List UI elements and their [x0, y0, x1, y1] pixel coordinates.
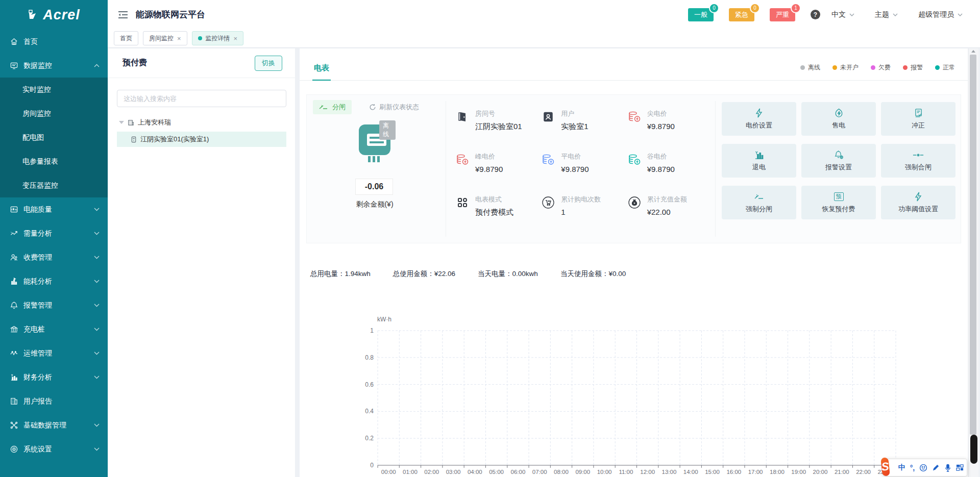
chevron-down-icon [849, 13, 854, 16]
ime-language-toggle[interactable]: 中 [898, 463, 905, 472]
acrel-logo[interactable]: Acrel [0, 0, 108, 30]
balance-label: 剩余金额(¥) [349, 200, 400, 209]
action-force-close-switch[interactable]: 强制合闸 [881, 144, 955, 178]
grid-icon[interactable] [956, 464, 964, 471]
action-power-threshold[interactable]: 功率阈值设置 [881, 186, 955, 219]
emoji-icon[interactable] [919, 464, 927, 472]
chevron-down-icon [94, 352, 100, 355]
chevron-down-icon [94, 423, 100, 427]
action-reversal[interactable]: 冲正 [881, 102, 955, 136]
chevron-down-icon [893, 13, 898, 16]
home-icon [10, 37, 18, 46]
sidebar-item-home[interactable]: 首页 [0, 30, 108, 54]
sidebar-subitem[interactable]: 配电图 [0, 125, 108, 149]
sidebar-item-ops-management[interactable]: 运维管理 [0, 341, 108, 365]
collapse-menu-icon[interactable] [118, 11, 128, 19]
pen-icon[interactable] [932, 464, 940, 471]
action-refund-power[interactable]: 退电 [722, 144, 796, 178]
help-button[interactable]: ? [811, 10, 820, 19]
mic-icon[interactable] [944, 464, 951, 472]
user-menu[interactable]: 超级管理员 [918, 10, 963, 19]
tab-meter[interactable]: 电表 [312, 63, 331, 81]
sidebar-item-power-quality[interactable]: 电能质量 [0, 197, 108, 221]
tree-node-room-selected[interactable]: 江阴实验室01(实验室1) [117, 132, 286, 147]
sidebar-item-label: 电能质量 [23, 205, 94, 214]
svg-text:06:00: 06:00 [511, 469, 526, 475]
chevron-down-icon [94, 375, 100, 379]
close-tab-icon[interactable]: × [177, 35, 181, 42]
stat-当天使用金额: 当天使用金额：¥0.00 [560, 269, 626, 279]
sidebar-subitem[interactable]: 房间监控 [0, 102, 108, 125]
scrollbar-up-arrow[interactable] [971, 50, 975, 53]
stat-总使用金额: 总使用金额：¥22.06 [393, 269, 455, 279]
alarm-setting-icon [834, 150, 844, 160]
sidebar-item-base-data-management[interactable]: 基础数据管理 [0, 413, 108, 437]
sidebar-item-system-settings[interactable]: 系统设置 [0, 437, 108, 461]
offline-status-badge: 离线 [379, 120, 396, 140]
active-tab-dot-icon [198, 36, 202, 40]
report-icon [10, 397, 18, 406]
alarm-pill-general[interactable]: 一般0 [688, 8, 714, 21]
action-restore-prepaid[interactable]: 预恢复预付费 [801, 186, 876, 219]
topbar-right: 一般0紧急0严重1 ? 中文 主题 超级管理员 [688, 8, 980, 21]
theme-menu[interactable]: 主题 [875, 10, 898, 19]
meter-status-panel: 分闸 刷新仪表状态 离线 -0.06 剩余金额(¥) 房间号江阴实验室01用户实… [306, 94, 961, 243]
inner-scrollbar-thumb[interactable] [970, 435, 977, 464]
sidebar-subitem[interactable]: 变压器监控 [0, 173, 108, 197]
svg-text:04:00: 04:00 [468, 469, 482, 475]
sidebar-item-finance-analysis[interactable]: 财务分析 [0, 365, 108, 389]
tab-房间监控[interactable]: 房间监控× [143, 31, 187, 45]
switch-button[interactable]: 切换 [255, 56, 282, 71]
sidebar-subitem[interactable]: 实时监控 [0, 78, 108, 102]
language-menu[interactable]: 中文 [831, 10, 854, 19]
settings-icon [10, 445, 18, 454]
chevron-down-icon [94, 208, 100, 211]
sidebar-nav: 首页数据监控实时监控房间监控配电图电参量报表变压器监控电能质量需量分析收费管理能… [0, 30, 108, 461]
action-force-open-switch[interactable]: 强制分闸 [722, 186, 796, 219]
sidebar-item-label: 基础数据管理 [23, 421, 94, 430]
action-price-setting[interactable]: 电价设置 [722, 102, 796, 136]
svg-text:16:00: 16:00 [726, 469, 741, 475]
svg-text:01:00: 01:00 [403, 469, 418, 475]
balance-value: -0.06 [355, 179, 393, 195]
breadcrumb-tabs: 首页房间监控×监控详情× [108, 29, 980, 48]
open-switch-icon [319, 104, 328, 110]
close-tab-icon[interactable]: × [234, 35, 238, 42]
tab-首页[interactable]: 首页 [114, 31, 138, 45]
energy-icon [10, 277, 18, 286]
tab-label: 监控详情 [206, 34, 230, 43]
sidebar-item-label: 报警管理 [23, 301, 94, 310]
meter-graphic: 离线 [357, 121, 396, 160]
meter-card-header: 电表 离线未开户欠费报警正常 [300, 48, 968, 81]
refresh-meter-status[interactable]: 刷新仪表状态 [369, 103, 419, 112]
sidebar-item-alarm-management[interactable]: 报警管理 [0, 293, 108, 317]
sidebar-item-demand-analysis[interactable]: 需量分析 [0, 221, 108, 245]
action-alarm-setting[interactable]: 报警设置 [801, 144, 876, 178]
tab-监控详情[interactable]: 监控详情× [192, 31, 244, 45]
alarm-pill-critical[interactable]: 严重1 [770, 8, 795, 21]
sidebar-item-user-report[interactable]: 用户报告 [0, 389, 108, 413]
sidebar-item-billing-management[interactable]: 收费管理 [0, 245, 108, 269]
search-input[interactable] [117, 95, 286, 103]
sidebar-item-energy-analysis[interactable]: 能耗分析 [0, 269, 108, 293]
meter-info-房间号: 房间号江阴实验室01 [456, 105, 542, 148]
open-switch-icon [754, 192, 764, 202]
scrollbar-thumb[interactable] [970, 55, 976, 435]
sidebar-item-data-monitoring[interactable]: 数据监控 [0, 54, 108, 78]
chevron-up-icon [94, 64, 100, 67]
svg-text:1: 1 [370, 327, 374, 334]
ime-punctuation-icon[interactable]: °, [910, 464, 915, 472]
sidebar-item-label: 数据监控 [23, 61, 94, 70]
sidebar-subitem[interactable]: 电参量报表 [0, 149, 108, 173]
alarm-pill-urgent[interactable]: 紧急0 [729, 8, 754, 21]
coins-red-icon [456, 153, 469, 166]
sidebar-item-charging-pile[interactable]: 充电桩 [0, 317, 108, 341]
sidebar-item-label: 财务分析 [23, 373, 94, 382]
meter-info-尖电价: 尖电价¥9.8790 [628, 105, 714, 148]
tree-node-company[interactable]: 上海安科瑞 [108, 116, 295, 129]
sogou-logo[interactable]: S [880, 457, 890, 476]
svg-text:21:00: 21:00 [835, 469, 849, 475]
action-sell-power[interactable]: 售电 [801, 102, 876, 136]
legend-dot-icon [903, 65, 908, 70]
svg-text:05:00: 05:00 [489, 469, 504, 475]
